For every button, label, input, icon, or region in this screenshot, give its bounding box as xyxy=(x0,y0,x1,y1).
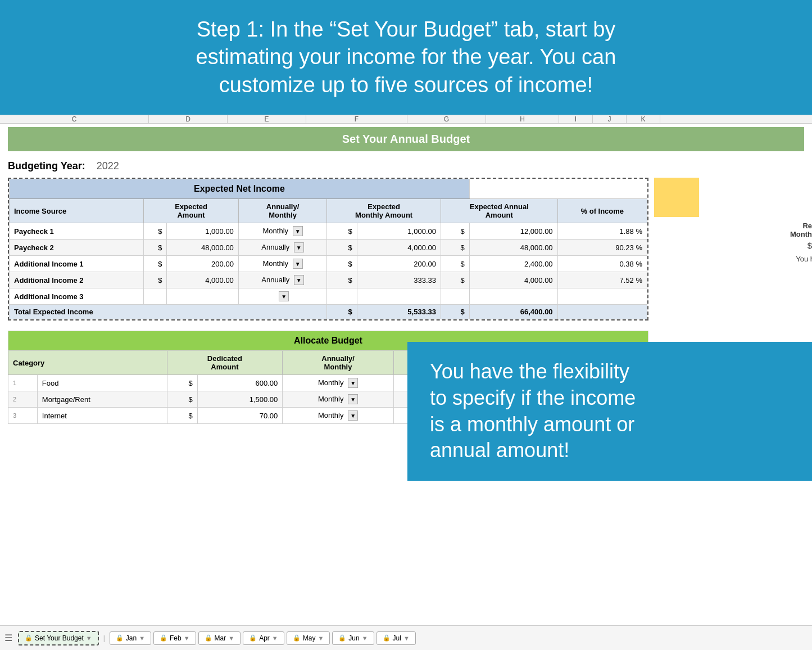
budgeting-year-value: 2022 xyxy=(97,160,119,172)
income-row-2: Paycheck 2 $ 48,000.00 Annually ▼ $ 4,00… xyxy=(10,240,647,256)
tab-apr[interactable]: 🔒 Apr ▼ xyxy=(243,631,284,645)
amount-5 xyxy=(167,288,238,305)
tab-mar[interactable]: 🔒 Mar ▼ xyxy=(198,631,241,645)
tab-label-jun: Jun xyxy=(348,634,359,642)
budget-period-1: Monthly ▼ xyxy=(283,375,393,391)
col-pct-income: % of Income xyxy=(557,199,647,223)
sidebar-you-label: You h xyxy=(796,255,812,263)
col-dedicated-amount: DedicatedAmount xyxy=(167,351,283,375)
budget-period-dropdown-1[interactable]: ▼ xyxy=(348,378,358,388)
tab-label-apr: Apr xyxy=(259,634,270,642)
budget-num-3: 3 xyxy=(8,408,38,424)
period-dropdown-5[interactable]: ▼ xyxy=(279,291,289,301)
monthly-2: 4,000.00 xyxy=(357,240,441,256)
col-header-e: E xyxy=(228,115,306,123)
total-dollar-a: $ xyxy=(441,305,469,319)
overlay-line4: annual amount! xyxy=(430,439,569,462)
overlay-line1: You have the flexibility xyxy=(430,360,629,383)
budgeting-year-label: Budgeting Year: xyxy=(8,160,85,172)
col-header-h: H xyxy=(486,115,559,123)
budget-dollar-3: $ xyxy=(167,408,197,424)
col-header-f: F xyxy=(306,115,407,123)
dollar-5 xyxy=(144,288,167,305)
tab-menu-jul[interactable]: ▼ xyxy=(403,635,410,642)
col-header-k: K xyxy=(627,115,660,123)
tab-set-your-budget[interactable]: 🔒 Set Your Budget ▼ xyxy=(18,631,99,646)
period-2: Annually ▼ xyxy=(238,240,326,256)
col-income-source: Income Source xyxy=(10,199,144,223)
tab-menu-budget[interactable]: ▼ xyxy=(86,635,92,642)
col-expected-amount: ExpectedAmount xyxy=(144,199,239,223)
header-banner: Step 1: In the “Set Your Budget” tab, st… xyxy=(0,0,812,115)
dollar-m2: $ xyxy=(327,240,357,256)
tab-menu-may[interactable]: ▼ xyxy=(317,635,324,642)
overlay-line3: is a monthly amount or xyxy=(430,413,634,436)
total-dollar-m: $ xyxy=(327,305,357,319)
income-source-4: Additional Income 2 xyxy=(10,272,144,288)
budget-period-dropdown-2[interactable]: ▼ xyxy=(348,394,358,404)
dollar-m4: $ xyxy=(327,272,357,288)
income-row-3: Additional Income 1 $ 200.00 Monthly ▼ $… xyxy=(10,256,647,272)
lock-icon-jan: 🔒 xyxy=(116,634,124,642)
tab-label-budget: Set Your Budget xyxy=(35,634,84,642)
period-1: Monthly ▼ xyxy=(238,223,326,240)
monthly-1: 1,000.00 xyxy=(357,223,441,240)
col-header-i: I xyxy=(559,115,593,123)
tab-label-jan: Jan xyxy=(126,634,137,642)
dollar-1: $ xyxy=(144,223,167,240)
budget-amount-1: 600.00 xyxy=(197,375,282,391)
col-annually-monthly: Annually/Monthly xyxy=(238,199,326,223)
tab-feb[interactable]: 🔒 Feb ▼ xyxy=(153,631,196,645)
income-total-row: Total Expected Income $ 5,533.33 $ 66,40… xyxy=(10,305,647,319)
income-dashed-box: Expected Net Income Income Source Expect… xyxy=(8,178,648,321)
tab-menu-jan[interactable]: ▼ xyxy=(139,635,145,642)
tab-menu-feb[interactable]: ▼ xyxy=(184,635,190,642)
col-budget-period: Annually/Monthly xyxy=(283,351,393,375)
tab-menu-jun[interactable]: ▼ xyxy=(362,635,368,642)
period-dropdown-3[interactable]: ▼ xyxy=(293,259,303,269)
dollar-2: $ xyxy=(144,240,167,256)
budget-amount-3: 70.00 xyxy=(197,408,282,424)
period-dropdown-1[interactable]: ▼ xyxy=(293,226,303,236)
period-4: Annually ▼ xyxy=(238,272,326,288)
dollar-a2: $ xyxy=(441,240,469,256)
amount-2: 48,000.00 xyxy=(167,240,238,256)
lock-icon-budget: 🔒 xyxy=(25,634,33,642)
income-table: Expected Net Income Income Source Expect… xyxy=(9,179,647,319)
annual-2: 48,000.00 xyxy=(469,240,557,256)
lock-icon-apr: 🔒 xyxy=(249,634,257,642)
monthly-4: 333.33 xyxy=(357,272,441,288)
budget-period-dropdown-3[interactable]: ▼ xyxy=(348,410,358,421)
tab-separator: | xyxy=(103,634,105,642)
lock-icon-jul: 🔒 xyxy=(383,634,391,642)
tab-menu-apr[interactable]: ▼ xyxy=(272,635,278,642)
period-dropdown-2[interactable]: ▼ xyxy=(294,242,304,252)
sidebar-re-label: ReMonth xyxy=(790,222,812,238)
column-headers-row: C D E F G H I J K xyxy=(0,115,812,124)
total-monthly: 5,533.33 xyxy=(357,305,441,319)
income-source-5: Additional Income 3 xyxy=(10,288,144,305)
col-header-g: G xyxy=(407,115,486,123)
tab-jul[interactable]: 🔒 Jul ▼ xyxy=(376,631,416,645)
budget-period-3: Monthly ▼ xyxy=(283,408,393,424)
tab-menu-mar[interactable]: ▼ xyxy=(228,635,234,642)
period-dropdown-4[interactable]: ▼ xyxy=(294,275,304,285)
budgeting-year-row: Budgeting Year: 2022 xyxy=(0,156,812,178)
tab-may[interactable]: 🔒 May ▼ xyxy=(287,631,330,645)
budget-cat-3: Internet xyxy=(37,408,167,424)
hamburger-icon[interactable]: ☰ xyxy=(4,633,12,643)
income-source-2: Paycheck 2 xyxy=(10,240,144,256)
budget-dollar-1: $ xyxy=(167,375,197,391)
tab-jan[interactable]: 🔒 Jan ▼ xyxy=(110,631,151,645)
lock-icon-mar: 🔒 xyxy=(205,634,212,642)
col-header-d: D xyxy=(149,115,228,123)
pct-4: 7.52 % xyxy=(557,272,647,288)
tab-label-feb: Feb xyxy=(170,634,182,642)
total-annual: 66,400.00 xyxy=(469,305,557,319)
budget-cat-1: Food xyxy=(37,375,167,391)
lock-icon-feb: 🔒 xyxy=(160,634,167,642)
tab-jun[interactable]: 🔒 Jun ▼ xyxy=(332,631,374,645)
col-header-j: J xyxy=(593,115,627,123)
tab-bar: ☰ 🔒 Set Your Budget ▼ | 🔒 Jan ▼ 🔒 Feb ▼ … xyxy=(0,625,812,650)
sidebar-dollar: $ xyxy=(808,241,812,250)
